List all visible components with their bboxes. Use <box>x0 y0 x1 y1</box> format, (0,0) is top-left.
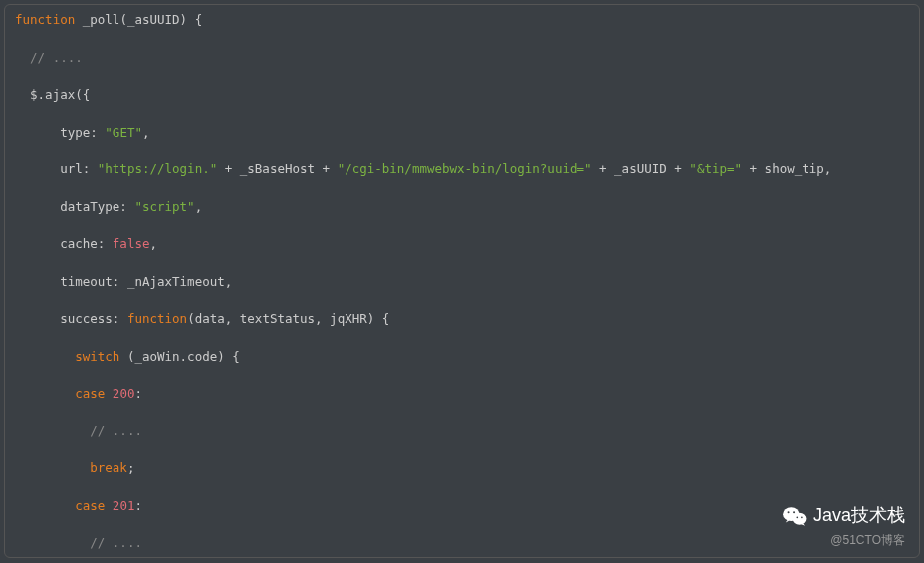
url-concat1: + _sBaseHost + <box>217 161 337 176</box>
prop-timeout-val: _nAjaxTimeout, <box>127 274 232 289</box>
ajax-call: $.ajax({ <box>30 87 90 102</box>
url-part3: "&tip=" <box>689 161 742 176</box>
prop-datatype-val: "script" <box>134 199 194 214</box>
prop-cache-val: false <box>113 236 150 251</box>
success-args: (data, textStatus, jqXHR) { <box>187 311 389 326</box>
prop-timeout-label: timeout: <box>60 274 119 289</box>
source-code: function _poll(_asUUID) { // .... $.ajax… <box>15 11 909 558</box>
url-concat3: + show_tip, <box>742 161 831 176</box>
url-concat2: + _asUUID + <box>592 161 690 176</box>
keyword-case: case <box>75 498 105 513</box>
comment: // .... <box>30 50 83 65</box>
url-part2: "/cgi-bin/mmwebwx-bin/login?uuid=" <box>338 161 592 176</box>
switch-expr: (_aoWin.code) { <box>127 349 240 364</box>
prop-url-label: url: <box>60 161 90 176</box>
keyword-break: break <box>90 460 127 475</box>
prop-type-val: "GET" <box>105 125 142 140</box>
keyword-function-success: function <box>127 311 187 326</box>
param: _asUUID <box>127 12 180 27</box>
keyword-switch: switch <box>75 349 119 364</box>
prop-datatype-label: dataType: <box>60 199 127 214</box>
keyword-case: case <box>75 386 105 401</box>
fn-name: _poll <box>83 12 120 27</box>
comment: // .... <box>90 423 142 438</box>
prop-type-label: type: <box>60 125 98 140</box>
comment: // .... <box>90 535 142 550</box>
case-200: 200 <box>113 386 135 401</box>
case-201: 201 <box>113 498 135 513</box>
prop-success-label: success: <box>60 311 119 326</box>
url-part1: "https://login." <box>98 161 217 176</box>
prop-cache-label: cache: <box>60 236 105 251</box>
keyword-function: function <box>15 12 75 27</box>
code-block: function _poll(_asUUID) { // .... $.ajax… <box>4 4 920 558</box>
